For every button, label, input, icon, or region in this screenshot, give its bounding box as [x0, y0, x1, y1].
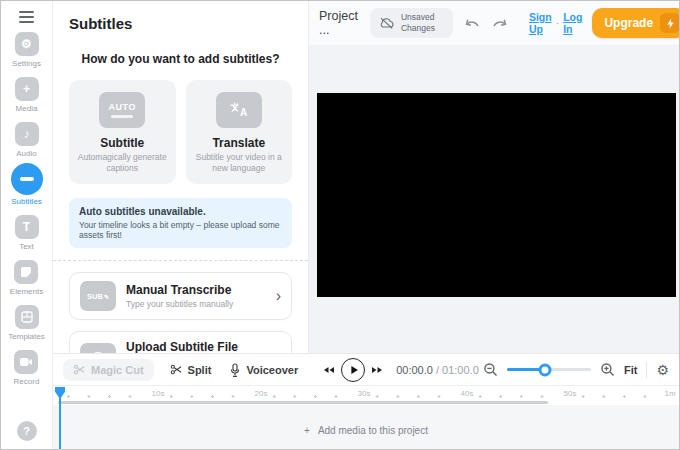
sidebar-item-audio[interactable]: ♪ Audio — [15, 122, 39, 158]
help-icon[interactable]: ? — [17, 421, 37, 441]
project-name[interactable]: Project ... — [319, 9, 358, 37]
add-media-button[interactable]: + Add media to this project — [53, 425, 679, 436]
auto-subtitle-icon: AUTO — [99, 92, 145, 128]
scissors-icon — [170, 364, 183, 375]
unsaved-changes-badge: Unsaved Changes — [370, 8, 453, 37]
left-icon-rail: ⚙ Settings + Media ♪ Audio Subtitles T T… — [1, 1, 53, 449]
translate-card[interactable]: A Translate Subtitle your video in a new… — [186, 80, 293, 184]
upload-subtitle-file-card[interactable]: Upload Subtitle File Use an existing sub… — [69, 331, 292, 353]
controls-divider — [646, 362, 647, 378]
panel-question: How do you want to add subtitles? — [69, 52, 292, 66]
svg-text:A: A — [240, 107, 247, 118]
ruler-label: 40s — [458, 389, 477, 398]
magic-cut-icon — [73, 364, 86, 375]
undo-icon[interactable] — [463, 17, 482, 30]
plus-icon: + — [15, 77, 39, 101]
app-window: ⚙ Settings + Media ♪ Audio Subtitles T T… — [0, 0, 680, 450]
top-bar: Project ... Unsaved Changes Sign Up · Lo… — [309, 1, 679, 45]
sticker-icon — [14, 260, 38, 284]
timeline-controls: Magic Cut Split Voiceover 00:00.0 / 01:0… — [53, 353, 679, 386]
dashed-divider — [53, 260, 308, 261]
ruler-label: 10s — [149, 389, 168, 398]
sidebar-item-subtitles[interactable]: Subtitles — [11, 167, 43, 206]
zoom-out-icon[interactable] — [483, 362, 498, 377]
sidebar-item-templates[interactable]: Templates — [8, 305, 44, 341]
magic-cut-button[interactable]: Magic Cut — [63, 359, 154, 381]
auto-subtitle-card[interactable]: AUTO Subtitle Automagically generate cap… — [69, 80, 176, 184]
microphone-icon — [229, 363, 241, 377]
menu-icon[interactable] — [19, 11, 34, 23]
chevron-right-icon: › — [276, 288, 281, 304]
gear-icon: ⚙ — [15, 32, 39, 56]
play-button[interactable] — [341, 358, 365, 382]
zoom-slider-thumb[interactable] — [538, 363, 551, 376]
music-note-icon: ♪ — [15, 122, 39, 146]
subtitles-icon — [11, 163, 43, 195]
voiceover-button[interactable]: Voiceover — [229, 363, 298, 377]
fast-forward-icon[interactable] — [372, 366, 384, 374]
sign-up-link[interactable]: Sign Up — [529, 11, 552, 35]
panel-title: Subtitles — [69, 15, 292, 32]
sidebar-item-record[interactable]: Record — [14, 350, 40, 386]
manual-transcribe-card[interactable]: SUB✎ Manual Transcribe Type your subtitl… — [69, 272, 292, 320]
log-in-link[interactable]: Log In — [563, 11, 582, 35]
timeline-scrollbar[interactable] — [58, 401, 548, 404]
zoom-slider[interactable] — [507, 368, 591, 371]
plus-icon: + — [304, 425, 310, 436]
sidebar-item-settings[interactable]: ⚙ Settings — [12, 32, 41, 68]
text-icon: T — [15, 215, 39, 239]
split-button[interactable]: Split — [170, 364, 212, 376]
subtitles-panel: Subtitles How do you want to add subtitl… — [53, 1, 309, 353]
time-display: 00:00.0 / 01:00.0 — [396, 364, 479, 376]
subtitle-options: AUTO Subtitle Automagically generate cap… — [69, 80, 292, 184]
upload-icon — [80, 343, 116, 353]
sidebar-item-media[interactable]: + Media — [15, 77, 39, 113]
cloud-off-icon — [378, 16, 395, 30]
timeline-settings-gear-icon[interactable]: ⚙ — [656, 363, 669, 377]
redo-icon[interactable] — [490, 17, 509, 30]
sub-badge-icon: SUB✎ — [80, 281, 116, 311]
zoom-in-icon[interactable] — [600, 362, 615, 377]
ruler-label: 1m — [661, 389, 678, 398]
sidebar-item-text[interactable]: T Text — [15, 215, 39, 251]
ruler-label: 50s — [561, 389, 580, 398]
timeline-track-area: + Add media to this project — [53, 405, 679, 449]
upgrade-button[interactable]: Upgrade — [592, 8, 680, 38]
sidebar-item-elements[interactable]: Elements — [10, 260, 43, 296]
zoom-controls: Fit ⚙ — [483, 362, 669, 378]
play-icon — [349, 365, 359, 375]
playback-controls — [322, 358, 384, 382]
preview-area — [309, 45, 679, 353]
auto-subtitles-unavailable-notice: Auto subtitles unavailable. Your timelin… — [69, 198, 292, 248]
video-canvas — [317, 93, 676, 297]
ruler-label: 30s — [355, 389, 374, 398]
fit-button[interactable]: Fit — [624, 364, 637, 376]
ruler-label: 20s — [252, 389, 271, 398]
lightning-bolt-icon — [660, 13, 680, 33]
translate-icon: A — [216, 92, 262, 128]
video-camera-icon — [14, 350, 38, 374]
layout-grid-icon — [15, 305, 39, 329]
rewind-icon[interactable] — [322, 366, 334, 374]
